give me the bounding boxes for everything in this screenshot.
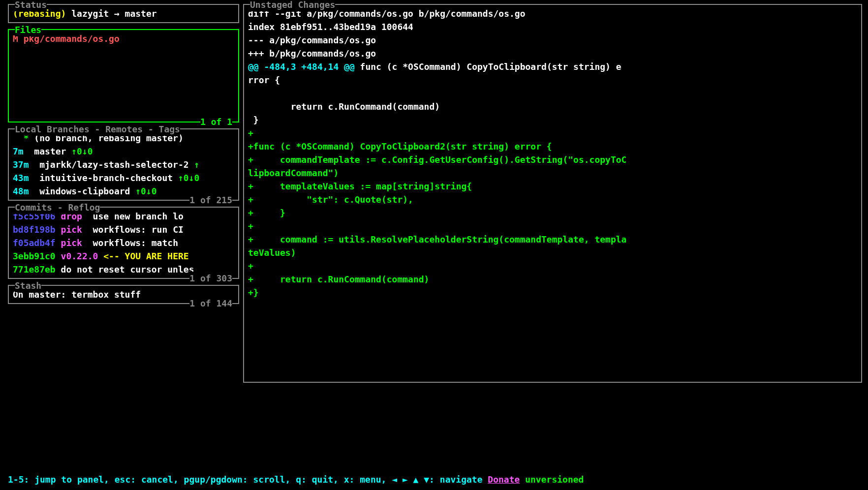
diff-line: @@ -484,3 +484,14 @@ func (c *OSCommand)… xyxy=(248,60,857,73)
diff-line xyxy=(248,87,857,100)
diff-line: + xyxy=(248,259,857,273)
branch-entry[interactable]: 43m intuitive-branch-checkout ↑0↓0 xyxy=(13,171,234,184)
diff-line: + "str": c.Quote(str), xyxy=(248,193,857,206)
diff-panel[interactable]: Unstaged Changes diff --git a/pkg/comman… xyxy=(243,4,862,383)
commits-panel[interactable]: Commits - Reflog f5c55f06 drop use new b… xyxy=(8,207,239,279)
diff-line: diff --git a/pkg/commands/os.go b/pkg/co… xyxy=(248,7,857,20)
stash-panel[interactable]: Stash On master: termbox stuff 1 of 144 xyxy=(8,285,239,304)
branch-entry[interactable]: 7m master ↑0↓0 xyxy=(13,145,234,158)
diff-line: + return c.RunCommand(command) xyxy=(248,273,857,286)
diff-body: diff --git a/pkg/commands/os.go b/pkg/co… xyxy=(248,7,857,299)
branch-entry[interactable]: 37m mjarkk/lazy-stash-selector-2 ↑ xyxy=(13,158,234,171)
files-count: 1 of 1 xyxy=(200,115,232,128)
commit-entry[interactable]: f05adb4f pick workflows: match xyxy=(13,236,234,249)
diff-line: + command := utils.ResolvePlaceholderStr… xyxy=(248,233,857,246)
reflog-tab[interactable]: Reflog xyxy=(68,202,100,213)
status-panel[interactable]: Status (rebasing) lazygit → master xyxy=(8,4,239,23)
diff-line: + xyxy=(248,126,857,140)
stash-count: 1 of 144 xyxy=(189,297,232,310)
diff-line: + templateValues := map[string]string{ xyxy=(248,180,857,193)
diff-line: + xyxy=(248,219,857,233)
diff-line: index 81ebf951..43bed19a 100644 xyxy=(248,20,857,33)
file-entry[interactable]: M pkg/commands/os.go xyxy=(13,32,234,45)
diff-title: Unstaged Changes xyxy=(250,0,335,10)
branches-title[interactable]: Local Branches xyxy=(15,124,90,134)
branches-panel[interactable]: Local Branches - Remotes - Tags * (no br… xyxy=(8,128,239,201)
diff-line: + } xyxy=(248,206,857,219)
files-title: Files xyxy=(15,25,41,35)
diff-line: lipboardCommand") xyxy=(248,166,857,180)
commit-entry[interactable]: bd8f198b pick workflows: run CI xyxy=(13,223,234,236)
help-bar: 1-5: jump to panel, esc: cancel, pgup/pg… xyxy=(8,473,860,486)
diff-line: + commandTemplate := c.Config.GetUserCon… xyxy=(248,153,857,166)
commit-entry[interactable]: 3ebb91c0 v0.22.0 <-- YOU ARE HERE xyxy=(13,249,234,263)
diff-line: +++ b/pkg/commands/os.go xyxy=(248,47,857,60)
donate-link[interactable]: Donate xyxy=(488,474,520,485)
diff-line: } xyxy=(248,113,857,126)
status-title: Status xyxy=(15,0,47,10)
branches-count: 1 of 215 xyxy=(189,193,232,207)
diff-line: --- a/pkg/commands/os.go xyxy=(248,33,857,47)
stash-title: Stash xyxy=(15,280,41,291)
commits-count: 1 of 303 xyxy=(189,272,232,285)
files-panel[interactable]: Files M pkg/commands/os.go 1 of 1 xyxy=(8,29,239,122)
remotes-tab[interactable]: Remotes xyxy=(105,124,143,134)
diff-line: return c.RunCommand(command) xyxy=(248,100,857,113)
commits-title[interactable]: Commits xyxy=(15,202,52,213)
diff-line: rror { xyxy=(248,73,857,87)
diff-line: teValues) xyxy=(248,246,857,259)
tags-tab[interactable]: Tags xyxy=(159,124,180,134)
diff-line: +func (c *OSCommand) CopyToClipboard2(st… xyxy=(248,140,857,153)
diff-line: +} xyxy=(248,286,857,299)
